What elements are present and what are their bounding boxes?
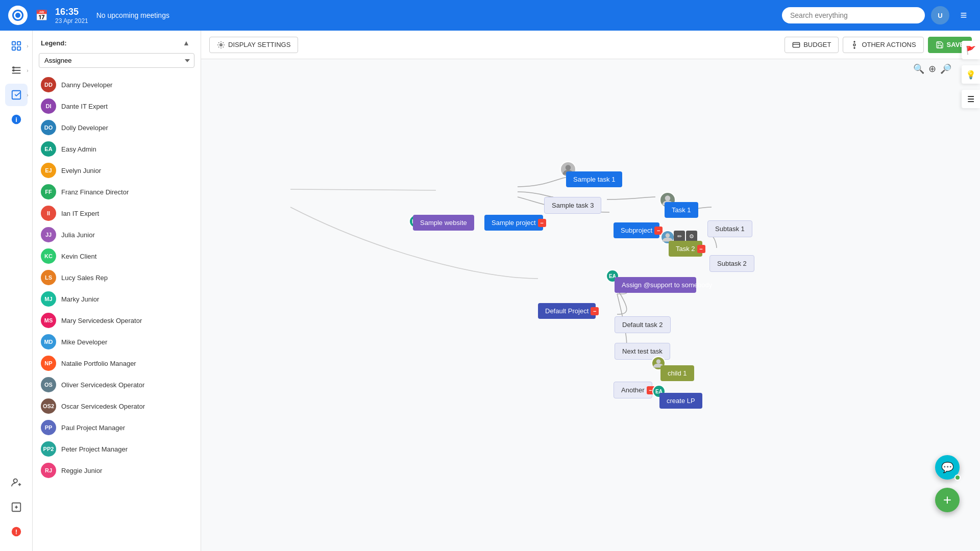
legend-avatar: MS	[41, 313, 56, 328]
collapse-default-project[interactable]: −	[591, 307, 599, 315]
other-actions-button[interactable]: OTHER ACTIONS	[843, 37, 923, 53]
legend-item[interactable]: PP2 Peter Project Manager	[33, 438, 201, 460]
node-subproject[interactable]: Subproject −	[614, 222, 659, 238]
add-fab[interactable]: +	[935, 488, 960, 512]
other-actions-label: OTHER ACTIONS	[862, 41, 916, 48]
legend-item[interactable]: PP Paul Project Manager	[33, 417, 201, 438]
svg-point-26	[656, 359, 661, 364]
legend-avatar: EA	[41, 141, 56, 157]
legend-avatar: NP	[41, 356, 56, 371]
chat-fab[interactable]: 💬	[935, 455, 960, 480]
node-sample-task-1[interactable]: Sample task 1	[566, 171, 622, 187]
display-settings-label: DISPLAY SETTINGS	[228, 41, 290, 48]
legend-avatar: MJ	[41, 291, 56, 307]
sidebar-add-user[interactable]	[5, 471, 28, 494]
legend-member-name: Oscar Servicedesk Operator	[61, 403, 145, 410]
sidebar-item-project[interactable]: ›	[5, 59, 28, 82]
legend-item[interactable]: DO Dolly Developer	[33, 117, 201, 138]
sidebar-item-home[interactable]: ›	[5, 35, 28, 57]
legend-member-name: Evelyn Junior	[61, 167, 101, 174]
legend-avatar: JJ	[41, 227, 56, 242]
collapse-sample-project[interactable]: −	[538, 219, 546, 227]
legend-item[interactable]: MS Mary Servicedesk Operator	[33, 310, 201, 331]
legend-member-name: Kevin Client	[61, 253, 96, 260]
bulb-icon[interactable]: 💡	[962, 65, 980, 84]
legend-member-name: Natalie Portfolio Manager	[61, 360, 136, 367]
budget-label: BUDGET	[803, 41, 831, 48]
legend-item[interactable]: OS2 Oscar Servicedesk Operator	[33, 395, 201, 417]
legend-header: Legend: ▲	[33, 31, 201, 53]
legend-member-name: Dante IT Expert	[61, 103, 108, 110]
left-sidebar: › › › i	[0, 31, 33, 551]
user-avatar[interactable]: U	[931, 6, 949, 24]
sidebar-import[interactable]	[5, 496, 28, 518]
legend-member-name: Lucy Sales Rep	[61, 274, 108, 282]
legend-item[interactable]: MD Mike Developer	[33, 331, 201, 353]
budget-button[interactable]: BUDGET	[785, 37, 839, 53]
node-sample-task-3[interactable]: Sample task 3	[544, 197, 601, 214]
sidebar-item-info[interactable]: i	[5, 108, 28, 131]
node-task-1[interactable]: Task 1	[665, 202, 698, 218]
legend-member-name: Julia Junior	[61, 231, 95, 239]
legend-member-name: Reggie Junior	[61, 467, 102, 474]
legend-avatar: LS	[41, 270, 56, 285]
legend-panel: Legend: ▲ Assignee DD Danny Developer DI…	[33, 31, 201, 551]
legend-item[interactable]: EJ Evelyn Junior	[33, 160, 201, 181]
top-navigation: 📅 16:35 23 Apr 2021 No upcoming meetings…	[0, 0, 980, 31]
legend-item[interactable]: LS Lucy Sales Rep	[33, 267, 201, 288]
legend-avatar: DO	[41, 120, 56, 135]
flag-icon[interactable]: 🚩	[962, 41, 980, 59]
legend-item[interactable]: OS Oliver Servicedesk Operator	[33, 374, 201, 395]
edit-pencil-icon[interactable]: ✏	[674, 231, 685, 242]
meeting-status: No upcoming meetings	[96, 11, 169, 19]
svg-point-20	[853, 44, 855, 46]
node-child-1[interactable]: child 1	[660, 365, 694, 381]
legend-item[interactable]: RJ Reggie Junior	[33, 460, 201, 481]
legend-item[interactable]: NP Natalie Portfolio Manager	[33, 353, 201, 374]
node-sample-website[interactable]: Sample website	[413, 215, 474, 231]
collapse-task2[interactable]: −	[697, 245, 705, 253]
menu-icon[interactable]: ≡	[955, 9, 972, 22]
legend-avatar: MD	[41, 334, 56, 349]
zoom-fit-icon[interactable]: ⊕	[928, 63, 936, 74]
legend-item[interactable]: II Ian IT Expert	[33, 203, 201, 224]
app-logo[interactable]	[8, 6, 28, 25]
edit-settings-icon[interactable]: ⚙	[686, 231, 697, 242]
task2-edit-icons: ✏ ⚙	[674, 231, 980, 242]
node-subtask-2[interactable]: Subtask 2	[709, 255, 754, 272]
checklist-icon[interactable]: ☰	[962, 90, 980, 108]
display-settings-button[interactable]: DISPLAY SETTINGS	[209, 37, 298, 53]
expand-icon: ›	[27, 43, 28, 49]
sidebar-item-tasks[interactable]: ›	[5, 84, 28, 106]
node-default-project[interactable]: Default Project −	[538, 303, 596, 319]
search-input[interactable]	[782, 7, 925, 23]
mindmap-canvas[interactable]: EA Sample website Sample project − Sampl…	[201, 59, 980, 551]
svg-point-5	[13, 70, 14, 71]
legend-item[interactable]: DD Danny Developer	[33, 74, 201, 95]
node-default-task-2[interactable]: Default task 2	[615, 316, 671, 333]
legend-item[interactable]: FF Franz Finance Director	[33, 181, 201, 203]
sidebar-alert[interactable]: !	[5, 520, 28, 543]
expand-icon: ›	[27, 92, 28, 98]
legend-item[interactable]: EA Easy Admin	[33, 138, 201, 160]
node-assign-support[interactable]: Assign @support to somebody	[615, 277, 696, 293]
legend-item[interactable]: DI Dante IT Expert	[33, 95, 201, 117]
calendar-icon[interactable]: 📅	[34, 8, 49, 23]
zoom-out-icon[interactable]: 🔎	[940, 63, 951, 74]
legend-item[interactable]: KC Kevin Client	[33, 245, 201, 267]
node-task-2[interactable]: Task 2 −	[669, 241, 702, 257]
current-time: 16:35	[55, 7, 88, 17]
canvas-area: DISPLAY SETTINGS BUDGET OTHER ACTIONS SA…	[201, 31, 980, 551]
node-another[interactable]: Another −	[614, 382, 652, 398]
legend-collapse-btn[interactable]: ▲	[180, 37, 192, 49]
svg-point-22	[854, 47, 855, 48]
legend-member-name: Danny Developer	[61, 81, 112, 89]
current-date: 23 Apr 2021	[55, 17, 88, 24]
legend-item[interactable]: MJ Marky Junior	[33, 288, 201, 310]
legend-assignee-select[interactable]: Assignee	[39, 53, 194, 68]
node-sample-project[interactable]: Sample project −	[484, 215, 543, 231]
node-create-lp[interactable]: create LP	[659, 393, 702, 409]
svg-point-23	[566, 165, 571, 170]
legend-item[interactable]: JJ Julia Junior	[33, 224, 201, 245]
zoom-in-icon[interactable]: 🔍	[913, 63, 924, 74]
